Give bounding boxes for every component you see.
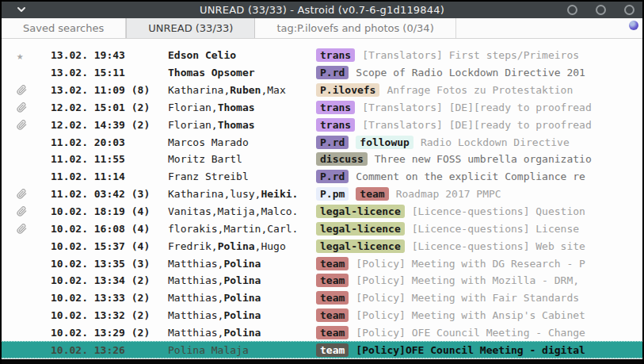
thread-row[interactable]: 10.02. 13:26Polina Malajateam[Policy]OFE… — [2, 341, 642, 358]
thread-subject: [Policy] Meeting with Fair Standards — [356, 292, 579, 304]
thread-main: team[Policy] Meeting with Ansip's Cabine… — [316, 308, 642, 322]
thread-date: 13.02. 19:43 — [36, 49, 168, 61]
thread-senders: Thomas Opsomer — [168, 67, 316, 79]
thread-senders: florakis,Martin,Carl. — [168, 223, 316, 235]
close-button[interactable] — [624, 5, 634, 15]
thread-date: 13.02. 11:09 (8) — [36, 84, 168, 96]
tag-chip-team: team — [316, 257, 349, 270]
thread-subject: [Licence-questions] Question — [412, 205, 585, 217]
thread-row[interactable]: 13.02. 15:11Thomas OpsomerP.rdScope of R… — [2, 64, 642, 82]
thread-row[interactable]: 13.02. 11:09 (8)Katharina,Ruben,MaxP.ilo… — [2, 82, 642, 99]
thread-date: 11.02. 11:55 — [36, 153, 168, 165]
thread-row[interactable]: 10.02. 15:37 (4)Fredrik,Polina,Hugolegal… — [2, 237, 642, 255]
thread-main: team[Policy] Meeting with Mozilla - DRM, — [316, 274, 642, 287]
thread-main: legal-licence[Licence-questions] License — [316, 222, 642, 236]
thread-row[interactable]: 11.02. 03:42 (3)Katharina,lusy,Heiki.P.p… — [2, 186, 642, 203]
thread-senders: Florian,Thomas — [168, 119, 316, 131]
tag-chip-p-pm: P.pm — [316, 187, 349, 201]
thread-date: 11.02. 03:42 (3) — [36, 188, 168, 200]
thread-subject: [Policy]OFE Council Meeting - digital — [356, 344, 585, 356]
paperclip-icon — [2, 206, 36, 216]
thread-main: P.rdfollowupRadio Lockdown Directive — [316, 136, 642, 149]
thread-row[interactable]: 10.02. 13:32 (2)Matthias,Polinateam[Poli… — [2, 307, 642, 324]
thread-row[interactable]: 11.02. 11:55Moritz BartldiscussThree new… — [2, 151, 642, 168]
thread-subject: Comment on the explicit Compliance re — [356, 171, 585, 182]
thread-subject: Three new FOSS umbrella organizatio — [375, 153, 592, 165]
tab-unread-33-33[interactable]: UNREAD (33/33) — [126, 18, 255, 38]
thread-main: P.rdScope of Radio Lockdown Directive 20… — [316, 66, 642, 79]
thread-date: 11.02. 20:03 — [36, 136, 168, 148]
thread-main: discussThree new FOSS umbrella organizat… — [316, 152, 642, 166]
tag-chip-discuss: discuss — [316, 152, 368, 166]
thread-subject: Scope of Radio Lockdown Directive 201 — [356, 67, 585, 79]
thread-main: trans[Translators] [DE][ready to proofre… — [316, 101, 642, 114]
thread-main: legal-licence[Licence-questions] Questio… — [316, 205, 642, 218]
chevron-down-icon[interactable] — [16, 4, 27, 15]
thread-senders: Franz Streibl — [168, 171, 316, 182]
thread-senders: Matthias,Polina — [168, 258, 316, 270]
tag-chip-team: team — [316, 291, 349, 305]
paperclip-icon — [2, 120, 36, 130]
tag-chip-p-rd: P.rd — [316, 136, 349, 149]
thread-row[interactable]: 11.02. 20:03Marcos MaradoP.rdfollowupRad… — [2, 133, 642, 151]
window-title: UNREAD (33/33) - Astroid (v0.7-6-g1d1198… — [2, 4, 642, 16]
thread-senders: Fredrik,Polina,Hugo — [168, 240, 316, 252]
thread-subject: [Policy] Meeting with Ansip's Cabinet — [356, 309, 585, 321]
thread-row[interactable]: 12.02. 14:39 (2)Florian,Thomastrans[Tran… — [2, 116, 642, 133]
thread-main: P.ilovefsAnfrage Fotos zu Protestaktion — [316, 83, 642, 97]
tag-chip-p-rd: P.rd — [316, 170, 349, 183]
thread-senders: Matthias,Polina — [168, 274, 316, 286]
thread-subject: Radio Lockdown Directive — [421, 136, 570, 148]
thread-senders: Vanitas,Matija,Malco. — [168, 205, 316, 217]
thread-list: ★13.02. 19:43Edson Celiotrans[Translator… — [2, 39, 642, 358]
title-bar: UNREAD (33/33) - Astroid (v0.7-6-g1d1198… — [2, 2, 642, 18]
thread-main: trans[Translators] [DE][ready to proofre… — [316, 118, 642, 132]
tab-strip: Saved searchesUNREAD (33/33)tag:P.ilovef… — [2, 18, 456, 38]
thread-date: 10.02. 13:34 (2) — [36, 274, 168, 286]
thread-main: team[Policy] Meeting with Fair Standards — [316, 291, 642, 305]
tab-tag-p-ilovefs-and-photos-0-34[interactable]: tag:P.ilovefs and photos (0/34) — [255, 18, 455, 38]
thread-date: 10.02. 16:08 (4) — [36, 223, 168, 235]
tag-chip-team: team — [356, 187, 388, 201]
tag-chip-p-rd: P.rd — [316, 66, 349, 79]
thread-main: team[Policy] Meeting with DG Research - … — [316, 257, 642, 270]
tag-chip-p-ilovefs: P.ilovefs — [316, 83, 379, 97]
paperclip-icon — [2, 224, 36, 234]
tag-chip-team: team — [316, 308, 349, 322]
tag-chip-trans: trans — [316, 48, 355, 62]
thread-subject: [Translators] First steps/Primeiros — [362, 49, 579, 61]
thread-row[interactable]: 10.02. 13:34 (2)Matthias,Polinateam[Poli… — [2, 272, 642, 289]
thread-date: 10.02. 15:37 (4) — [36, 240, 168, 252]
thread-date: 10.02. 13:26 — [36, 344, 168, 356]
thread-row[interactable]: 10.02. 13:35 (3)Matthias,Polinateam[Poli… — [2, 255, 642, 272]
thread-row[interactable]: 10.02. 16:08 (4)florakis,Martin,Carl.leg… — [2, 220, 642, 237]
thread-senders: Marcos Marado — [168, 136, 316, 148]
tag-chip-trans: trans — [316, 118, 355, 132]
thread-main: P.rdComment on the explicit Compliance r… — [316, 170, 642, 183]
thread-row[interactable]: 10.02. 18:19 (4)Vanitas,Matija,Malco.leg… — [2, 203, 642, 220]
thread-row[interactable]: 10.02. 13:29 (2)Matthias,Polinateam[Poli… — [2, 324, 642, 342]
maximize-button[interactable] — [596, 5, 606, 15]
thread-subject: [Policy] OFE Council Meeting - Change — [356, 327, 585, 339]
globe-icon — [629, 21, 638, 30]
thread-date: 11.02. 11:14 — [36, 171, 168, 182]
tab-saved-searches[interactable]: Saved searches — [2, 18, 126, 38]
thread-row[interactable]: 10.02. 13:33 (2)Matthias,Polinateam[Poli… — [2, 289, 642, 307]
minimize-button[interactable] — [567, 5, 577, 15]
thread-subject: Anfrage Fotos zu Protestaktion — [387, 84, 573, 96]
tag-chip-legal-licence: legal-licence — [316, 239, 405, 253]
star-icon: ★ — [2, 50, 36, 61]
thread-main: team[Policy] OFE Council Meeting - Chang… — [316, 326, 642, 339]
thread-row[interactable]: ★13.02. 19:43Edson Celiotrans[Translator… — [2, 47, 642, 64]
thread-row[interactable]: 12.02. 15:01 (2)Florian,Thomastrans[Tran… — [2, 99, 642, 117]
thread-senders: Katharina,lusy,Heiki. — [168, 188, 316, 200]
thread-row[interactable]: 11.02. 11:14Franz StreiblP.rdComment on … — [2, 168, 642, 186]
thread-main: legal-licence[Licence-questions] Web sit… — [316, 239, 642, 253]
thread-senders: Edson Celio — [168, 49, 316, 61]
tab-bar: Saved searchesUNREAD (33/33)tag:P.ilovef… — [2, 18, 642, 39]
thread-subject: [Licence-questions] Web site — [412, 240, 585, 252]
thread-subject: [Translators] [DE][ready to proofread — [362, 119, 592, 131]
tag-chip-legal-licence: legal-licence — [316, 205, 405, 218]
thread-subject: [Policy] Meeting with Mozilla - DRM, — [356, 274, 579, 286]
thread-subject: [Policy] Meeting with DG Research - P — [356, 258, 585, 270]
